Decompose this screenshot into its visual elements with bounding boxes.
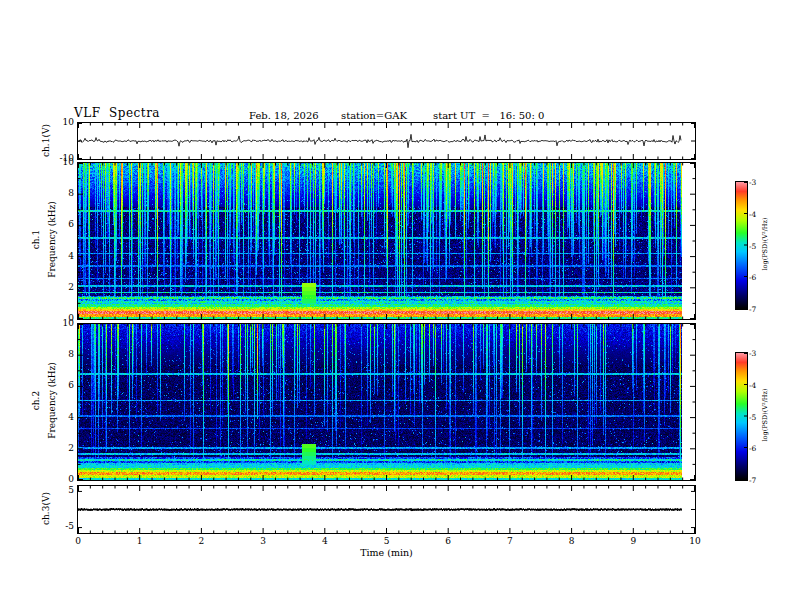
- time-tick-label: 5: [375, 536, 399, 547]
- ch1-freq-tick-label: 8: [46, 188, 74, 199]
- ch1-colorbar: [735, 181, 748, 310]
- colorbar2-tick-label: -7: [749, 475, 769, 486]
- colorbar2-tick-label: -6: [749, 443, 769, 454]
- colorbar2-tick-label: -4: [749, 380, 769, 391]
- colorbar1-tick-label: -5: [749, 241, 769, 252]
- figure-title: VLF Spectra: [74, 106, 160, 120]
- ch3-volt-tick-label: -5: [44, 521, 74, 532]
- ch1-freq-tick-label: 2: [46, 282, 74, 293]
- ch2-spectrogram-panel: [77, 323, 696, 481]
- date-label: Feb. 18, 2026: [249, 110, 319, 121]
- ch1-freq-tick-label: 4: [46, 251, 74, 262]
- time-tick-label: 4: [313, 536, 337, 547]
- ch1-channel-label: ch.1: [31, 180, 42, 300]
- ch2-channel-label: ch.2: [31, 341, 42, 461]
- ch1-volt-tick-label: -10: [44, 153, 74, 164]
- ch3-waveform-ylabel: ch.3(V): [41, 449, 52, 569]
- time-tick-label: 3: [251, 536, 275, 547]
- time-tick-label: 10: [683, 536, 707, 547]
- ch2-freq-tick-label: 2: [46, 443, 74, 454]
- ch1-freq-tick-label: 6: [46, 219, 74, 230]
- ch1-waveform-panel: [77, 122, 696, 160]
- time-tick-label: 2: [189, 536, 213, 547]
- ch1-volt-tick-label: 10: [44, 117, 74, 128]
- colorbar2-tick-label: -3: [749, 348, 769, 359]
- ch3-waveform-panel: [77, 485, 696, 534]
- start-ut-label: start UT = 16: 50: 0: [433, 110, 544, 121]
- colorbar1-tick-label: -4: [749, 209, 769, 220]
- ch1-spectrogram-panel: [77, 162, 696, 320]
- colorbar1-tick-label: -6: [749, 272, 769, 283]
- time-tick-label: 9: [621, 536, 645, 547]
- colorbar2-tick-label: -5: [749, 412, 769, 423]
- ch2-freq-tick-label: 6: [46, 380, 74, 391]
- ch2-freq-tick-label: 4: [46, 412, 74, 423]
- time-tick-label: 1: [128, 536, 152, 547]
- ch2-freq-tick-label: 0: [46, 474, 74, 485]
- vlf-spectra-figure: VLF Spectra Feb. 18, 2026 station=GAK st…: [0, 0, 792, 612]
- time-tick-label: 7: [498, 536, 522, 547]
- ch2-freq-tick-label: 8: [46, 349, 74, 360]
- colorbar1-tick-label: -7: [749, 304, 769, 315]
- colorbar1-tick-label: -3: [749, 177, 769, 188]
- station-label: station=GAK: [341, 110, 407, 121]
- ch2-colorbar: [735, 352, 748, 481]
- time-tick-label: 0: [66, 536, 90, 547]
- time-axis-title: Time (min): [326, 547, 447, 558]
- ch3-volt-tick-label: 5: [44, 485, 74, 496]
- ch2-freq-tick-label: 10: [46, 318, 74, 329]
- time-tick-label: 8: [560, 536, 584, 547]
- time-tick-label: 6: [436, 536, 460, 547]
